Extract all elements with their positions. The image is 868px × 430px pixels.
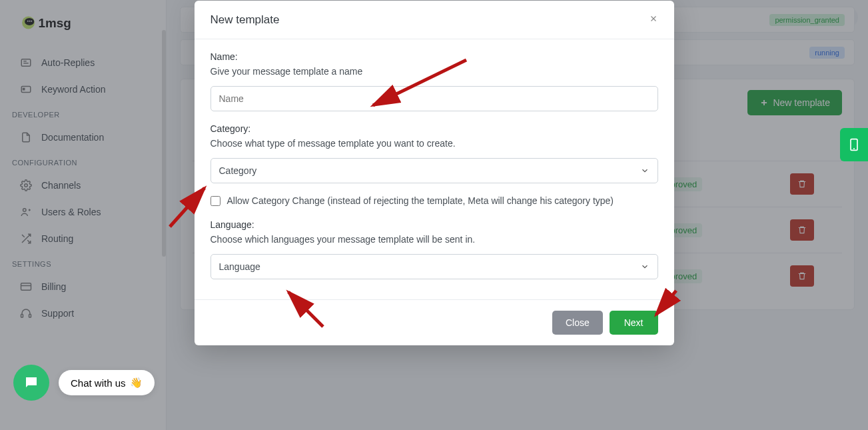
wave-emoji: 👋	[130, 377, 143, 389]
allow-category-change-row[interactable]: Allow Category Change (instead of reject…	[211, 195, 658, 206]
chevron-down-icon	[640, 262, 650, 271]
category-hint: Choose what type of message template you…	[211, 138, 658, 149]
modal-title: New template	[211, 13, 280, 27]
language-select[interactable]: Language	[211, 254, 658, 279]
chat-fab[interactable]	[13, 365, 49, 401]
phone-icon	[847, 136, 861, 153]
category-select[interactable]: Category	[211, 158, 658, 183]
new-template-modal: New template Name: Give your message tem…	[195, 1, 674, 345]
name-hint: Give your message template a name	[211, 66, 658, 77]
category-label: Category:	[211, 123, 658, 134]
allow-category-change-checkbox[interactable]	[211, 196, 220, 206]
next-button[interactable]: Next	[610, 311, 658, 335]
chevron-down-icon	[640, 166, 650, 175]
name-input[interactable]	[211, 86, 658, 111]
close-button[interactable]: Close	[552, 311, 603, 335]
close-icon	[649, 14, 658, 23]
chat-icon	[23, 375, 39, 391]
chat-with-us-button[interactable]: Chat with us 👋	[59, 370, 155, 395]
name-label: Name:	[211, 51, 658, 62]
language-label: Language:	[211, 219, 658, 230]
modal-close-button[interactable]	[649, 13, 658, 27]
language-hint: Choose which languages your message temp…	[211, 234, 658, 245]
device-preview-tab[interactable]	[840, 128, 868, 161]
